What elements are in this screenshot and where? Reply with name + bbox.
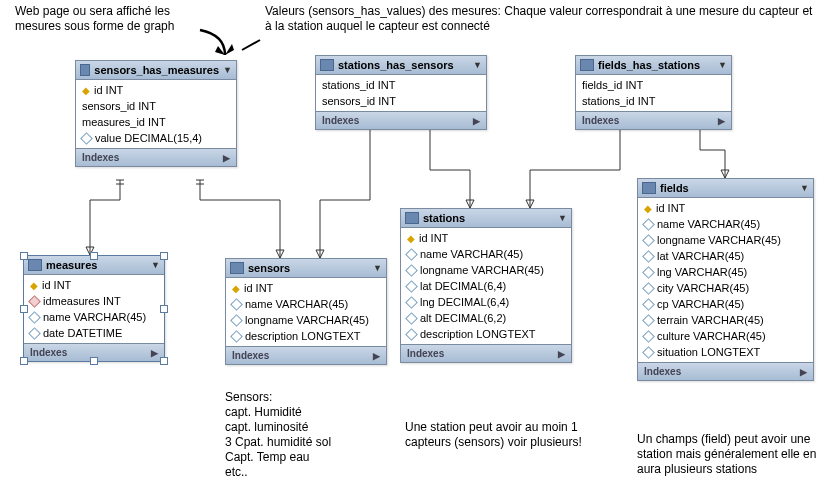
table-columns: ◆id INT name VARCHAR(45) longname VARCHA… xyxy=(638,198,813,362)
column: ◆id INT xyxy=(24,277,164,293)
table-icon xyxy=(230,262,244,274)
diamond-icon xyxy=(642,234,655,247)
diamond-icon xyxy=(642,298,655,311)
column: lat VARCHAR(45) xyxy=(638,248,813,264)
annotation-values: Valeurs (sensors_has_values) des mesures… xyxy=(265,4,815,34)
column: longname VARCHAR(45) xyxy=(638,232,813,248)
diamond-icon xyxy=(230,298,243,311)
key-icon: ◆ xyxy=(30,280,38,291)
diamond-icon xyxy=(28,311,41,324)
table-header[interactable]: fields▼ xyxy=(638,179,813,198)
column: idmeasures INT xyxy=(24,293,164,309)
chevron-down-icon: ▼ xyxy=(473,60,482,70)
chevron-down-icon: ▼ xyxy=(151,260,160,270)
table-icon xyxy=(80,64,90,76)
column: name VARCHAR(45) xyxy=(24,309,164,325)
table-title: stations xyxy=(423,212,465,224)
diamond-icon xyxy=(642,314,655,327)
column: cp VARCHAR(45) xyxy=(638,296,813,312)
diamond-icon xyxy=(405,248,418,261)
column: lng VARCHAR(45) xyxy=(638,264,813,280)
resize-handle[interactable] xyxy=(20,305,28,313)
column: ◆id INT xyxy=(76,82,236,98)
chevron-down-icon: ▼ xyxy=(373,263,382,273)
table-icon xyxy=(320,59,334,71)
resize-handle[interactable] xyxy=(90,252,98,260)
column: sensors_id INT xyxy=(76,98,236,114)
table-header[interactable]: stations_has_sensors▼ xyxy=(316,56,486,75)
column: name VARCHAR(45) xyxy=(638,216,813,232)
diamond-icon xyxy=(230,314,243,327)
diamond-icon xyxy=(642,330,655,343)
column: sensors_id INT xyxy=(316,93,486,109)
diamond-icon xyxy=(642,282,655,295)
diamond-icon xyxy=(642,218,655,231)
table-header[interactable]: stations▼ xyxy=(401,209,571,228)
table-icon xyxy=(580,59,594,71)
resize-handle[interactable] xyxy=(160,357,168,365)
table-header[interactable]: sensors_has_measures▼ xyxy=(76,61,236,80)
table-title: sensors xyxy=(248,262,290,274)
key-icon: ◆ xyxy=(232,283,240,294)
chevron-down-icon: ▼ xyxy=(800,183,809,193)
indexes-bar[interactable]: Indexes▶ xyxy=(401,344,571,362)
column: value DECIMAL(15,4) xyxy=(76,130,236,146)
table-columns: ◆id INT sensors_id INT measures_id INT v… xyxy=(76,80,236,148)
table-columns: stations_id INT sensors_id INT xyxy=(316,75,486,111)
column: measures_id INT xyxy=(76,114,236,130)
table-stations-has-sensors[interactable]: stations_has_sensors▼ stations_id INT se… xyxy=(315,55,487,130)
diamond-icon xyxy=(28,295,41,308)
indexes-bar[interactable]: Indexes▶ xyxy=(638,362,813,380)
diamond-icon xyxy=(642,250,655,263)
chevron-right-icon: ▶ xyxy=(151,348,158,358)
column: description LONGTEXT xyxy=(226,328,386,344)
diamond-icon xyxy=(28,327,41,340)
table-title: stations_has_sensors xyxy=(338,59,454,71)
indexes-bar[interactable]: Indexes▶ xyxy=(576,111,731,129)
key-icon: ◆ xyxy=(407,233,415,244)
column: date DATETIME xyxy=(24,325,164,341)
resize-handle[interactable] xyxy=(160,305,168,313)
column: lng DECIMAL(6,4) xyxy=(401,294,571,310)
column: city VARCHAR(45) xyxy=(638,280,813,296)
table-sensors[interactable]: sensors▼ ◆id INT name VARCHAR(45) longna… xyxy=(225,258,387,365)
table-fields-has-stations[interactable]: fields_has_stations▼ fields_id INT stati… xyxy=(575,55,732,130)
column: fields_id INT xyxy=(576,77,731,93)
annotation-sensors: Sensors: capt. Humidité capt. luminosité… xyxy=(225,390,385,480)
table-fields[interactable]: fields▼ ◆id INT name VARCHAR(45) longnam… xyxy=(637,178,814,381)
resize-handle[interactable] xyxy=(20,252,28,260)
table-sensors-has-measures[interactable]: sensors_has_measures▼ ◆id INT sensors_id… xyxy=(75,60,237,167)
indexes-bar[interactable]: Indexes▶ xyxy=(76,148,236,166)
chevron-right-icon: ▶ xyxy=(223,153,230,163)
table-header[interactable]: fields_has_stations▼ xyxy=(576,56,731,75)
diamond-icon xyxy=(642,266,655,279)
diamond-icon xyxy=(405,264,418,277)
column: longname VARCHAR(45) xyxy=(401,262,571,278)
table-icon xyxy=(642,182,656,194)
resize-handle[interactable] xyxy=(160,252,168,260)
diamond-icon xyxy=(405,280,418,293)
indexes-bar[interactable]: Indexes▶ xyxy=(226,346,386,364)
resize-handle[interactable] xyxy=(90,357,98,365)
table-columns: ◆id INT name VARCHAR(45) longname VARCHA… xyxy=(226,278,386,346)
table-stations[interactable]: stations▼ ◆id INT name VARCHAR(45) longn… xyxy=(400,208,572,363)
column: description LONGTEXT xyxy=(401,326,571,342)
column: longname VARCHAR(45) xyxy=(226,312,386,328)
resize-handle[interactable] xyxy=(20,357,28,365)
annotation-field: Un champs (field) peut avoir une station… xyxy=(637,432,827,477)
column: stations_id INT xyxy=(316,77,486,93)
chevron-right-icon: ▶ xyxy=(800,367,807,377)
column: name VARCHAR(45) xyxy=(401,246,571,262)
indexes-bar[interactable]: Indexes▶ xyxy=(316,111,486,129)
column: culture VARCHAR(45) xyxy=(638,328,813,344)
table-icon xyxy=(28,259,42,271)
column: stations_id INT xyxy=(576,93,731,109)
diamond-icon xyxy=(642,346,655,359)
table-header[interactable]: sensors▼ xyxy=(226,259,386,278)
svg-line-0 xyxy=(242,40,260,50)
table-columns: ◆id INT idmeasures INT name VARCHAR(45) … xyxy=(24,275,164,343)
chevron-right-icon: ▶ xyxy=(373,351,380,361)
table-measures[interactable]: measures▼ ◆id INT idmeasures INT name VA… xyxy=(23,255,165,362)
column: ◆id INT xyxy=(401,230,571,246)
diamond-icon xyxy=(80,132,93,145)
